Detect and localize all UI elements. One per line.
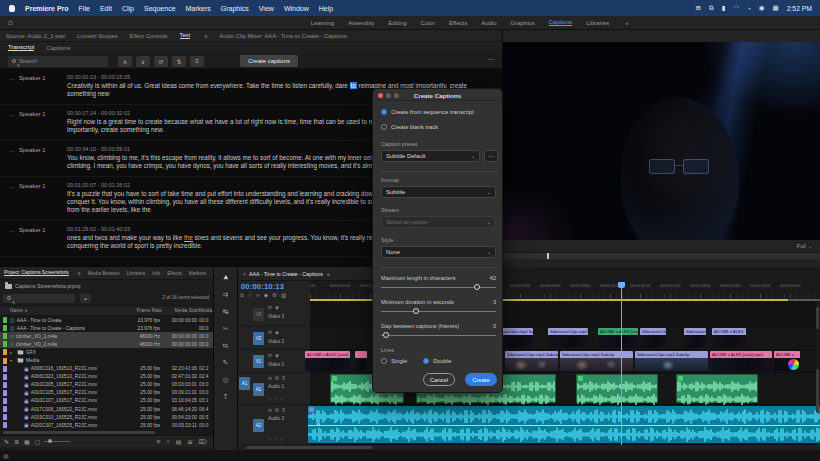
workspace-tab-audio[interactable]: Audio <box>481 20 496 26</box>
project-tab-project-captions-screenshots[interactable]: Project: Captions Screenshots <box>4 270 69 276</box>
speaker-label[interactable]: Speaker 1 <box>19 147 45 153</box>
table-row[interactable]: ▣A017C006_180522_R2JC.mov25.00 fps06:46:… <box>0 405 213 413</box>
program-scrub-bar[interactable] <box>503 252 820 259</box>
timeline-clip[interactable]: SibenauteClips.mp4 Subclip <box>560 351 633 371</box>
expander-icon[interactable]: ▾ <box>10 358 15 363</box>
battery-icon[interactable]: ▮ <box>722 4 726 12</box>
siri-icon[interactable]: ◉ <box>759 4 765 12</box>
audio-clip[interactable] <box>576 374 658 403</box>
type-tool[interactable]: T <box>223 392 227 401</box>
new-bin-icon[interactable]: ▤ <box>176 438 182 445</box>
linked-selection-icon[interactable]: ∞ <box>256 292 260 299</box>
slider-track[interactable] <box>381 335 496 336</box>
tab-text[interactable]: Text <box>180 32 191 39</box>
drag-handle-icon[interactable]: — <box>9 76 14 82</box>
panel-menu-icon[interactable]: ≡ <box>78 270 81 276</box>
menu-window[interactable]: Window <box>284 5 309 12</box>
timeline-clip[interactable] <box>355 351 367 371</box>
previous-match-icon[interactable]: ∧ <box>118 56 132 67</box>
hand-tool[interactable]: ◎ <box>222 375 228 384</box>
project-tab-media-browser[interactable]: Media Browser <box>88 271 120 276</box>
workspace-tab-editing[interactable]: Editing <box>388 20 406 26</box>
mute-solo-icons[interactable]: ⊟ M S <box>268 376 286 381</box>
menu-clock[interactable]: 2:52 PM <box>787 5 812 12</box>
track-output-icon[interactable]: ⊟ ◉ <box>268 353 280 358</box>
timeline-clip[interactable]: SibenauteClips.mp4 Subclip <box>640 328 666 348</box>
slider-track[interactable] <box>381 287 496 288</box>
stage-manager-icon[interactable]: ⊞ <box>696 4 701 12</box>
workspace-tab-effects[interactable]: Effects <box>449 20 467 26</box>
slider-handle[interactable] <box>474 284 480 290</box>
pen-tool[interactable]: ✎ <box>223 358 229 367</box>
nest-icon[interactable]: ⧉ <box>240 292 244 299</box>
collapse-segments-icon[interactable]: ⇅ <box>172 56 186 67</box>
track-header-a2[interactable]: A2⊟ M SAudio 2◇ ◁ ▷ <box>238 405 310 445</box>
menu-file[interactable]: File <box>79 5 90 12</box>
expander-icon[interactable]: ▸ <box>10 350 15 355</box>
slider-handle[interactable] <box>413 308 419 314</box>
close-icon[interactable]: × <box>243 271 246 277</box>
menu-graphics[interactable]: Graphics <box>221 5 249 12</box>
table-row[interactable]: ▣A019C010_160525_R2JC.mov25.00 fps00:54:… <box>0 413 213 421</box>
list-view-icon[interactable]: ≣ <box>14 438 19 445</box>
project-tab-info[interactable]: Info <box>152 271 160 276</box>
menu-edit[interactable]: Edit <box>100 5 112 12</box>
slider-track[interactable] <box>381 311 496 312</box>
razor-tool[interactable]: ✂ <box>223 324 229 333</box>
workspace-tab-assembly[interactable]: Assembly <box>348 20 374 26</box>
timeline-settings-icon[interactable]: ⚙ <box>272 292 277 299</box>
slider-handle[interactable] <box>383 332 389 338</box>
workspace-tab-libraries[interactable]: Libraries <box>586 20 609 26</box>
ripple-edit-tool[interactable]: ↹ <box>223 307 229 316</box>
table-row[interactable]: ▣A020C007_160525_R2JC.mov25.00 fps00:03:… <box>0 421 213 429</box>
timeline-clip[interactable]: SibenauteClips.mp4 Subclip <box>548 328 588 348</box>
drag-handle-icon[interactable]: — <box>9 112 14 118</box>
slip-tool[interactable]: ⇆ <box>223 341 229 350</box>
retranscribe-icon[interactable]: ⟳ <box>154 56 168 67</box>
drag-handle-icon[interactable]: — <box>9 184 14 190</box>
volume-keyframe[interactable] <box>317 423 320 426</box>
menu-clip[interactable]: Clip <box>122 5 134 12</box>
apple-icon[interactable] <box>9 5 15 12</box>
table-row[interactable]: ▾Media <box>0 356 213 364</box>
tab-sequence[interactable]: AAA - Time to Create - Captions <box>249 271 323 277</box>
tab-effect-controls[interactable]: Effect Controls <box>130 33 168 39</box>
search-input[interactable]: Search <box>8 56 108 67</box>
column-header-name[interactable]: Name ∧ <box>10 308 128 313</box>
tab-lumetri-scopes[interactable]: Lumetri Scopes <box>77 33 117 39</box>
format-select[interactable]: Subtitle ⌄ <box>381 186 496 198</box>
workspace-overflow-icon[interactable]: » <box>625 20 628 26</box>
cancel-button[interactable]: Cancel <box>423 373 455 386</box>
track-output-icon[interactable]: ⊟ ◉ <box>268 305 280 310</box>
timeline-clip[interactable]: ADOBE x ALEX [start].mp4 <box>710 351 772 371</box>
caption-preset-select[interactable]: Subtitle Default ⌄ <box>381 150 480 162</box>
audio-clip[interactable] <box>676 374 758 403</box>
project-search-input[interactable] <box>3 294 75 303</box>
sequence-timecode[interactable]: 00:00:10:13 <box>241 282 284 291</box>
subtab-captions[interactable]: Captions <box>46 45 70 51</box>
freeform-view-icon[interactable]: ▢ <box>35 438 41 445</box>
column-header-media-start[interactable]: Media Start <box>162 308 199 313</box>
writable-indicator-icon[interactable]: ✎ <box>4 438 9 445</box>
screen-mirroring-icon[interactable]: ⧉ <box>709 4 714 12</box>
table-row[interactable]: ♫climber_VO_1.m4a48000 Hz00:00:00:0000:0 <box>0 332 213 340</box>
subtab-transcript[interactable]: Transcript <box>8 44 34 51</box>
project-tab-markers[interactable]: Markers <box>189 271 206 276</box>
track-content-a2[interactable] <box>310 405 816 445</box>
panel-more-icon[interactable]: ⋯ <box>487 56 494 64</box>
keyframe-nav-icons[interactable]: ◇ ◁ ▷ <box>268 396 284 401</box>
workspace-tab-captions[interactable]: Captions <box>549 19 573 26</box>
next-match-icon[interactable]: ∨ <box>136 56 150 67</box>
drag-handle-icon[interactable]: — <box>9 228 14 234</box>
volume-line[interactable] <box>308 425 820 426</box>
menu-markers[interactable]: Markers <box>186 5 211 12</box>
tab-audio-clip-mixer-aaa-time-to-create-captions[interactable]: Audio Clip Mixer: AAA - Time to Create -… <box>219 33 347 39</box>
speaker-label[interactable]: Speaker 1 <box>19 227 45 233</box>
speaker-label[interactable]: Speaker 1 <box>19 183 45 189</box>
timeline-clip[interactable]: ADOBE x ALEX [start] <box>305 351 350 371</box>
radio-create-blank-track[interactable]: Create blank track <box>381 124 438 130</box>
mute-solo-icons[interactable]: ⊟ M S <box>268 408 286 413</box>
snap-icon[interactable]: ∩ <box>248 292 252 299</box>
find-icon[interactable]: ⌕ <box>166 438 169 445</box>
project-tab-effects[interactable]: Effects <box>167 271 182 276</box>
